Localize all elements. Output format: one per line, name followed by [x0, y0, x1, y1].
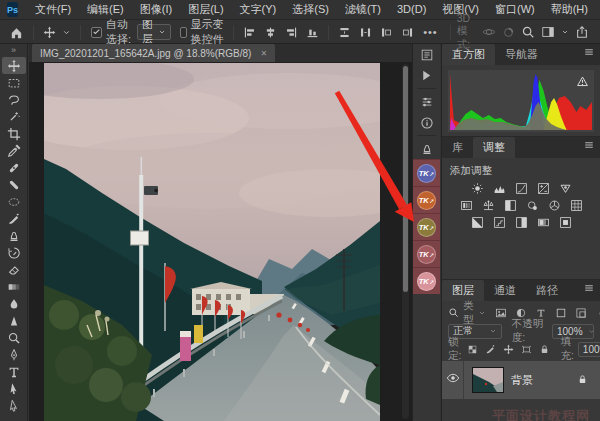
actions-icon[interactable] — [413, 65, 440, 86]
invert-adjustment-icon[interactable] — [468, 215, 486, 230]
threshold-adjustment-icon[interactable] — [512, 215, 530, 230]
lock-position-icon[interactable] — [501, 344, 516, 355]
workspace-switcher-icon[interactable] — [538, 25, 558, 39]
menu-item-10[interactable]: 帮助(H) — [543, 0, 596, 19]
hue-saturation-adjustment-icon[interactable] — [457, 198, 475, 213]
lock-all-icon[interactable] — [537, 344, 552, 355]
move-tool-preset-icon[interactable] — [40, 26, 59, 39]
chevron-down-icon[interactable] — [558, 28, 572, 36]
sharpen-tool[interactable] — [2, 312, 26, 329]
info-icon[interactable] — [413, 112, 440, 133]
lock-transparent-icon[interactable] — [465, 344, 480, 355]
tk-panel-1-button[interactable]: TK➚ — [413, 159, 440, 186]
photo-filter-adjustment-icon[interactable] — [523, 198, 541, 213]
menu-item-6[interactable]: 滤镜(T) — [337, 0, 389, 19]
layer-row-background[interactable]: 背景 — [442, 361, 600, 399]
menu-item-5[interactable]: 选择(S) — [284, 0, 337, 19]
menu-item-0[interactable]: 文件(F) — [27, 0, 79, 19]
toolbar-collapse-icon[interactable]: » — [0, 44, 27, 57]
align-bottom-icon[interactable] — [303, 26, 322, 39]
layer-lock-icon[interactable] — [577, 371, 588, 389]
align-left-icon[interactable] — [240, 26, 259, 39]
color-lookup-adjustment-icon[interactable] — [567, 198, 585, 213]
curves-adjustment-icon[interactable] — [512, 181, 530, 196]
vibrance-adjustment-icon[interactable] — [556, 181, 574, 196]
spot-healing-tool[interactable] — [2, 159, 26, 176]
type-tool[interactable] — [2, 363, 26, 380]
vertical-scrollbar[interactable] — [402, 64, 409, 419]
clone-source-icon[interactable] — [413, 138, 440, 159]
lasso-tool[interactable] — [2, 91, 26, 108]
align-right-icon[interactable] — [282, 26, 301, 39]
share-icon[interactable] — [572, 25, 592, 39]
home-icon[interactable] — [6, 25, 27, 40]
panel-menu-icon[interactable] — [583, 137, 595, 155]
tab-layers[interactable]: 图层 — [442, 280, 484, 301]
brush-tool[interactable] — [2, 210, 26, 227]
menu-item-9[interactable]: 窗口(W) — [487, 0, 543, 19]
color-balance-adjustment-icon[interactable] — [479, 198, 497, 213]
posterize-adjustment-icon[interactable] — [490, 215, 508, 230]
channel-mixer-adjustment-icon[interactable] — [545, 198, 563, 213]
search-icon[interactable] — [448, 307, 459, 320]
gradient-tool[interactable] — [2, 278, 26, 295]
tab-libraries[interactable]: 库 — [442, 137, 473, 158]
auto-select-checkbox[interactable] — [91, 27, 102, 38]
move-tool[interactable] — [2, 57, 26, 74]
filter-pixel-icon[interactable] — [494, 307, 509, 319]
filter-shape-icon[interactable] — [554, 307, 569, 319]
brightness-contrast-adjustment-icon[interactable] — [468, 181, 486, 196]
chevron-down-icon[interactable] — [59, 28, 74, 37]
show-transform-checkbox[interactable] — [180, 27, 187, 38]
pen-tool[interactable] — [2, 346, 26, 363]
minimize-button[interactable]: – — [596, 0, 600, 19]
exposure-adjustment-icon[interactable] — [534, 181, 552, 196]
tab-paths[interactable]: 路径 — [526, 280, 568, 301]
blur-tool[interactable] — [2, 295, 26, 312]
direct-selection-tool[interactable] — [2, 397, 26, 414]
tk-panel-4-button[interactable]: TK➚ — [413, 240, 440, 267]
scrollbar-thumb[interactable] — [403, 66, 408, 292]
menu-item-4[interactable]: 文字(Y) — [232, 0, 285, 19]
filter-smart-object-icon[interactable] — [574, 307, 589, 319]
tab-close-icon[interactable]: ✕ — [260, 49, 267, 58]
black-white-adjustment-icon[interactable] — [501, 198, 519, 213]
align-center-h-icon[interactable] — [261, 26, 280, 39]
distribute-vertical-icon[interactable] — [335, 26, 354, 39]
crop-tool[interactable] — [2, 125, 26, 142]
lock-artboard-icon[interactable] — [519, 344, 534, 355]
tab-channels[interactable]: 通道 — [484, 280, 526, 301]
layer-visibility-toggle[interactable] — [442, 361, 464, 399]
eraser-tool[interactable] — [2, 261, 26, 278]
filter-type-label[interactable]: 类型 — [463, 299, 474, 327]
distribute-left-icon[interactable] — [377, 26, 396, 39]
warning-icon[interactable] — [576, 74, 589, 92]
canvas[interactable] — [29, 62, 412, 421]
panel-menu-icon[interactable] — [583, 44, 595, 62]
path-selection-tool[interactable] — [2, 380, 26, 397]
more-options-button[interactable]: ••• — [417, 26, 444, 38]
chevron-down-icon[interactable] — [478, 307, 486, 319]
selective-color-adjustment-icon[interactable] — [556, 215, 574, 230]
distribute-horizontal-icon[interactable] — [356, 26, 375, 39]
dodge-tool[interactable] — [2, 329, 26, 346]
tab-adjustments[interactable]: 调整 — [473, 137, 515, 158]
layer-thumbnail[interactable] — [473, 368, 503, 392]
tab-navigator[interactable]: 导航器 — [495, 44, 548, 65]
menu-item-2[interactable]: 图像(I) — [132, 0, 180, 19]
panel-menu-icon[interactable] — [583, 280, 595, 298]
auto-select-dropdown[interactable]: 图层 — [137, 24, 171, 40]
marquee-tool[interactable] — [2, 74, 26, 91]
clone-stamp-tool[interactable] — [2, 227, 26, 244]
filter-toggle-icon[interactable] — [594, 309, 600, 318]
patch-tool[interactable] — [2, 193, 26, 210]
search-icon[interactable] — [518, 25, 538, 39]
history-panel-icon[interactable] — [413, 44, 440, 65]
fill-dropdown[interactable]: 100% — [578, 342, 600, 357]
distribute-right-icon[interactable] — [398, 26, 417, 39]
quick-selection-tool[interactable] — [2, 108, 26, 125]
history-brush-tool[interactable] — [2, 244, 26, 261]
levels-adjustment-icon[interactable] — [490, 181, 508, 196]
properties-icon[interactable] — [413, 91, 440, 112]
gradient-map-adjustment-icon[interactable] — [534, 215, 552, 230]
